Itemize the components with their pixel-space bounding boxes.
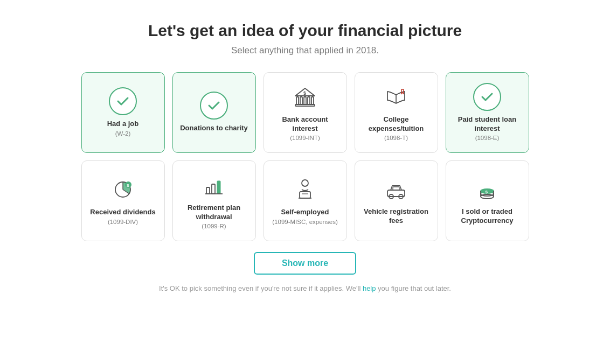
card-bank-interest[interactable]: $ Bank account interest (1099-INT) — [264, 72, 347, 153]
footer-note: It's OK to pick something even if you're… — [159, 284, 451, 292]
svg-text:$: $ — [127, 183, 129, 188]
card-dividends[interactable]: $ Received dividends (1099-DIV) — [81, 160, 165, 241]
self-employed-label: Self-employed — [281, 208, 329, 217]
donations-icon — [200, 92, 228, 120]
svg-text:$: $ — [303, 90, 306, 96]
card-donations-to-charity[interactable]: Donations to charity — [172, 72, 256, 153]
retirement-sublabel: (1099-R) — [202, 222, 226, 230]
had-a-job-label: Had a job — [107, 120, 139, 129]
self-employed-icon — [291, 176, 319, 204]
college-icon — [382, 83, 410, 111]
card-student-loan[interactable]: Paid student loan interest (1098-E) — [446, 72, 529, 153]
svg-rect-14 — [206, 187, 210, 194]
svg-rect-3 — [308, 97, 310, 104]
student-loan-label: Paid student loan interest — [452, 115, 523, 134]
had-a-job-icon — [109, 87, 137, 115]
crypto-icon: $ — [473, 175, 501, 203]
svg-rect-1 — [300, 97, 302, 104]
student-loan-sublabel: (1098-E) — [475, 134, 500, 142]
bank-icon: $ — [291, 83, 319, 111]
show-more-button[interactable]: Show more — [254, 252, 356, 275]
bank-interest-label: Bank account interest — [269, 115, 341, 134]
student-loan-icon — [473, 83, 501, 111]
dividends-sublabel: (1099-DIV) — [108, 218, 138, 226]
card-self-employed[interactable]: Self-employed (1099-MISC, expenses) — [264, 160, 347, 241]
card-had-a-job[interactable]: Had a job (W-2) — [81, 72, 165, 153]
svg-rect-4 — [311, 97, 314, 104]
dividends-icon: $ — [109, 176, 137, 204]
svg-rect-19 — [300, 192, 310, 198]
svg-rect-5 — [295, 104, 315, 106]
svg-rect-2 — [304, 97, 306, 104]
bank-interest-sublabel: (1099-INT) — [290, 134, 320, 142]
card-college-expenses[interactable]: College expenses/tuition (1098-T) — [355, 72, 438, 153]
vehicle-label: Vehicle registration fees — [361, 207, 432, 226]
retirement-label: Retirement plan withdrawal — [178, 204, 250, 222]
svg-text:$: $ — [486, 190, 488, 194]
footer-help-link[interactable]: help — [363, 284, 376, 292]
card-vehicle-registration[interactable]: Vehicle registration fees — [355, 160, 438, 241]
retirement-icon — [200, 171, 228, 199]
self-employed-sublabel: (1099-MISC, expenses) — [272, 218, 337, 226]
svg-rect-15 — [212, 184, 215, 194]
dividends-label: Received dividends — [90, 208, 155, 217]
page-subtitle: Select anything that applied in 2018. — [231, 45, 379, 56]
svg-rect-16 — [217, 181, 220, 194]
card-cryptocurrency[interactable]: $ I sold or traded Cryptocurrency — [446, 160, 529, 241]
svg-rect-0 — [296, 97, 299, 104]
college-sublabel: (1098-T) — [384, 134, 408, 142]
had-a-job-sublabel: (W-2) — [115, 130, 131, 138]
donations-label: Donations to charity — [180, 124, 248, 133]
crypto-label: I sold or traded Cryptocurrency — [452, 207, 523, 226]
svg-point-18 — [302, 180, 308, 186]
college-label: College expenses/tuition — [361, 115, 432, 134]
page-title: Let's get an idea of your financial pict… — [148, 22, 462, 40]
vehicle-icon — [382, 175, 410, 203]
cards-grid: Had a job (W-2) Donations to charity — [81, 72, 529, 241]
svg-rect-22 — [387, 190, 405, 197]
card-retirement[interactable]: Retirement plan withdrawal (1099-R) — [172, 160, 256, 241]
